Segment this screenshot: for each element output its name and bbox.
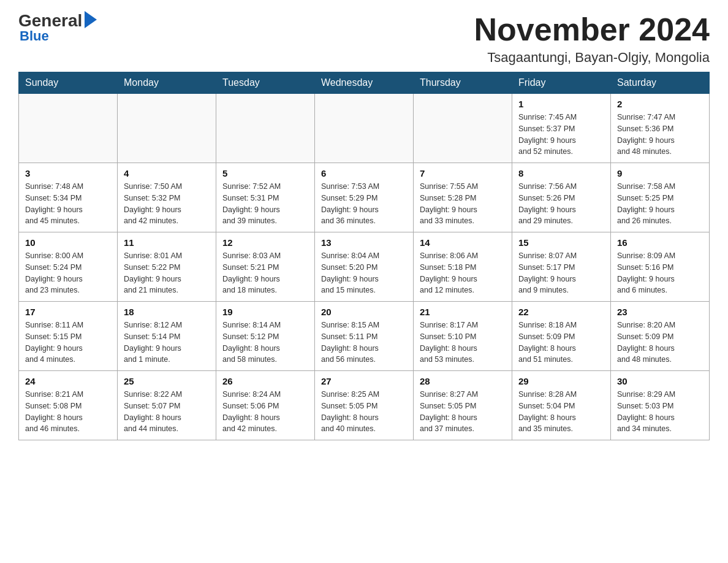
day-number: 4	[124, 168, 210, 178]
calendar-cell: 10Sunrise: 8:00 AM Sunset: 5:24 PM Dayli…	[19, 232, 118, 302]
calendar-cell: 25Sunrise: 8:22 AM Sunset: 5:07 PM Dayli…	[118, 371, 216, 440]
calendar-cell: 3Sunrise: 7:48 AM Sunset: 5:34 PM Daylig…	[19, 163, 118, 232]
calendar-cell: 11Sunrise: 8:01 AM Sunset: 5:22 PM Dayli…	[118, 232, 216, 302]
day-number: 25	[124, 376, 210, 386]
weekday-wednesday: Wednesday	[315, 72, 414, 94]
day-number: 11	[124, 237, 210, 248]
calendar-cell: 26Sunrise: 8:24 AM Sunset: 5:06 PM Dayli…	[216, 371, 315, 440]
day-info: Sunrise: 8:06 AM Sunset: 5:18 PM Dayligh…	[420, 250, 506, 296]
day-number: 15	[518, 237, 604, 248]
day-info: Sunrise: 8:18 AM Sunset: 5:09 PM Dayligh…	[518, 320, 604, 366]
week-row-3: 10Sunrise: 8:00 AM Sunset: 5:24 PM Dayli…	[19, 232, 710, 302]
day-number: 5	[222, 168, 308, 178]
day-number: 30	[617, 376, 703, 386]
weekday-saturday: Saturday	[611, 72, 710, 94]
week-row-2: 3Sunrise: 7:48 AM Sunset: 5:34 PM Daylig…	[19, 163, 710, 232]
day-number: 21	[420, 307, 506, 317]
day-info: Sunrise: 8:04 AM Sunset: 5:20 PM Dayligh…	[321, 250, 407, 296]
calendar-cell: 22Sunrise: 8:18 AM Sunset: 5:09 PM Dayli…	[512, 302, 611, 371]
day-number: 13	[321, 237, 407, 248]
day-number: 10	[25, 237, 111, 248]
calendar-cell: 20Sunrise: 8:15 AM Sunset: 5:11 PM Dayli…	[315, 302, 414, 371]
day-info: Sunrise: 7:58 AM Sunset: 5:25 PM Dayligh…	[617, 181, 703, 227]
calendar-cell: 19Sunrise: 8:14 AM Sunset: 5:12 PM Dayli…	[216, 302, 315, 371]
calendar-cell: 17Sunrise: 8:11 AM Sunset: 5:15 PM Dayli…	[19, 302, 118, 371]
week-row-1: 1Sunrise: 7:45 AM Sunset: 5:37 PM Daylig…	[19, 94, 710, 163]
day-number: 2	[617, 99, 703, 109]
day-number: 23	[617, 307, 703, 317]
calendar-cell: 8Sunrise: 7:56 AM Sunset: 5:26 PM Daylig…	[512, 163, 611, 232]
weekday-header-row: SundayMondayTuesdayWednesdayThursdayFrid…	[19, 72, 710, 94]
calendar-cell: 28Sunrise: 8:27 AM Sunset: 5:05 PM Dayli…	[414, 371, 512, 440]
calendar-cell: 27Sunrise: 8:25 AM Sunset: 5:05 PM Dayli…	[315, 371, 414, 440]
day-info: Sunrise: 8:25 AM Sunset: 5:05 PM Dayligh…	[321, 389, 407, 435]
calendar-cell: 18Sunrise: 8:12 AM Sunset: 5:14 PM Dayli…	[118, 302, 216, 371]
calendar-cell: 9Sunrise: 7:58 AM Sunset: 5:25 PM Daylig…	[611, 163, 710, 232]
calendar-cell: 29Sunrise: 8:28 AM Sunset: 5:04 PM Dayli…	[512, 371, 611, 440]
logo-general: General	[18, 12, 82, 29]
day-info: Sunrise: 8:27 AM Sunset: 5:05 PM Dayligh…	[420, 389, 506, 435]
day-number: 3	[25, 168, 111, 178]
day-number: 18	[124, 307, 210, 317]
day-info: Sunrise: 8:28 AM Sunset: 5:04 PM Dayligh…	[518, 389, 604, 435]
calendar-cell: 24Sunrise: 8:21 AM Sunset: 5:08 PM Dayli…	[19, 371, 118, 440]
day-number: 16	[617, 237, 703, 248]
day-info: Sunrise: 7:45 AM Sunset: 5:37 PM Dayligh…	[518, 112, 604, 158]
calendar-cell: 16Sunrise: 8:09 AM Sunset: 5:16 PM Dayli…	[611, 232, 710, 302]
day-number: 7	[420, 168, 506, 178]
day-info: Sunrise: 8:22 AM Sunset: 5:07 PM Dayligh…	[124, 389, 210, 435]
calendar-cell: 12Sunrise: 8:03 AM Sunset: 5:21 PM Dayli…	[216, 232, 315, 302]
day-number: 22	[518, 307, 604, 317]
weekday-monday: Monday	[118, 72, 216, 94]
day-number: 9	[617, 168, 703, 178]
day-number: 6	[321, 168, 407, 178]
day-info: Sunrise: 8:17 AM Sunset: 5:10 PM Dayligh…	[420, 320, 506, 366]
calendar-cell	[216, 94, 315, 163]
day-info: Sunrise: 8:11 AM Sunset: 5:15 PM Dayligh…	[25, 320, 111, 366]
logo: General Blue	[18, 12, 97, 44]
day-info: Sunrise: 7:48 AM Sunset: 5:34 PM Dayligh…	[25, 181, 111, 227]
day-info: Sunrise: 7:52 AM Sunset: 5:31 PM Dayligh…	[222, 181, 308, 227]
day-info: Sunrise: 7:47 AM Sunset: 5:36 PM Dayligh…	[617, 112, 703, 158]
calendar-title: November 2024	[474, 12, 710, 47]
logo-blue: Blue	[18, 28, 49, 44]
day-number: 27	[321, 376, 407, 386]
calendar-cell: 30Sunrise: 8:29 AM Sunset: 5:03 PM Dayli…	[611, 371, 710, 440]
day-info: Sunrise: 7:56 AM Sunset: 5:26 PM Dayligh…	[518, 181, 604, 227]
weekday-friday: Friday	[512, 72, 611, 94]
calendar-cell: 7Sunrise: 7:55 AM Sunset: 5:28 PM Daylig…	[414, 163, 512, 232]
calendar-cell: 15Sunrise: 8:07 AM Sunset: 5:17 PM Dayli…	[512, 232, 611, 302]
calendar-cell: 23Sunrise: 8:20 AM Sunset: 5:09 PM Dayli…	[611, 302, 710, 371]
calendar-cell	[414, 94, 512, 163]
calendar-cell: 6Sunrise: 7:53 AM Sunset: 5:29 PM Daylig…	[315, 163, 414, 232]
calendar-cell: 14Sunrise: 8:06 AM Sunset: 5:18 PM Dayli…	[414, 232, 512, 302]
day-info: Sunrise: 8:01 AM Sunset: 5:22 PM Dayligh…	[124, 250, 210, 296]
title-area: November 2024 Tsagaantungi, Bayan-Olgiy,…	[474, 12, 710, 66]
day-info: Sunrise: 8:24 AM Sunset: 5:06 PM Dayligh…	[222, 389, 308, 435]
day-number: 28	[420, 376, 506, 386]
day-number: 17	[25, 307, 111, 317]
weekday-sunday: Sunday	[19, 72, 118, 94]
day-number: 8	[518, 168, 604, 178]
day-info: Sunrise: 8:00 AM Sunset: 5:24 PM Dayligh…	[25, 250, 111, 296]
calendar-cell: 5Sunrise: 7:52 AM Sunset: 5:31 PM Daylig…	[216, 163, 315, 232]
day-number: 29	[518, 376, 604, 386]
weekday-tuesday: Tuesday	[216, 72, 315, 94]
day-info: Sunrise: 7:50 AM Sunset: 5:32 PM Dayligh…	[124, 181, 210, 227]
logo-arrow-icon	[85, 11, 97, 28]
day-number: 26	[222, 376, 308, 386]
calendar-cell: 13Sunrise: 8:04 AM Sunset: 5:20 PM Dayli…	[315, 232, 414, 302]
header: General Blue November 2024 Tsagaantungi,…	[18, 12, 710, 66]
day-info: Sunrise: 8:09 AM Sunset: 5:16 PM Dayligh…	[617, 250, 703, 296]
calendar-cell: 4Sunrise: 7:50 AM Sunset: 5:32 PM Daylig…	[118, 163, 216, 232]
day-info: Sunrise: 8:12 AM Sunset: 5:14 PM Dayligh…	[124, 320, 210, 366]
day-number: 20	[321, 307, 407, 317]
calendar-cell	[315, 94, 414, 163]
calendar-cell	[118, 94, 216, 163]
calendar-cell: 2Sunrise: 7:47 AM Sunset: 5:36 PM Daylig…	[611, 94, 710, 163]
day-info: Sunrise: 8:29 AM Sunset: 5:03 PM Dayligh…	[617, 389, 703, 435]
day-info: Sunrise: 7:53 AM Sunset: 5:29 PM Dayligh…	[321, 181, 407, 227]
day-info: Sunrise: 8:14 AM Sunset: 5:12 PM Dayligh…	[222, 320, 308, 366]
day-number: 19	[222, 307, 308, 317]
week-row-4: 17Sunrise: 8:11 AM Sunset: 5:15 PM Dayli…	[19, 302, 710, 371]
